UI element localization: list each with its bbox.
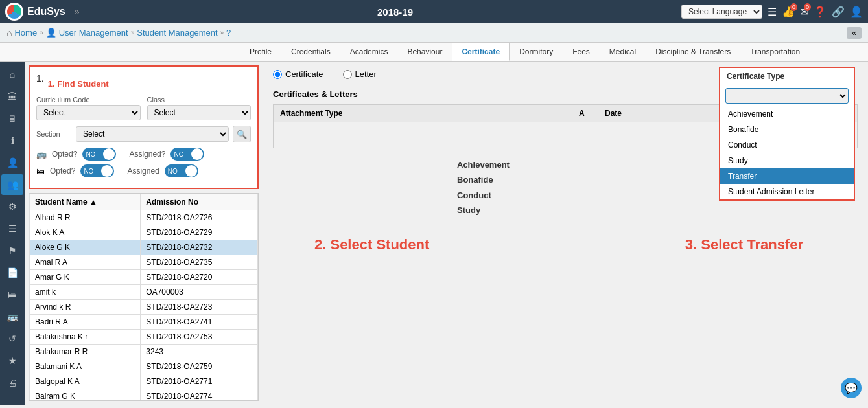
tab-behaviour[interactable]: Behaviour	[397, 43, 452, 61]
collapse-button[interactable]: «	[847, 27, 862, 39]
cert-type-list: Achievement Bonafide Conduct Study Trans…	[720, 106, 854, 199]
sidebar-person-icon[interactable]: 👤	[1, 152, 23, 173]
tab-profile[interactable]: Profile	[240, 43, 281, 61]
sidebar-sleep-icon[interactable]: 🛏	[1, 284, 23, 305]
content-area: Certificate Letter Certificates & Letter…	[263, 62, 868, 405]
left-sidebar: ⌂ 🏛 🖥 ℹ 👤 👥 ⚙ ☰ ⚑ 📄 🛏 🚌 ↺ ★ 🖨	[0, 62, 25, 405]
sidebar-building-icon[interactable]: 🏛	[1, 86, 23, 107]
admission-cell: STD/2018-OA2741	[141, 315, 258, 330]
sidebar-users-icon[interactable]: 👥	[1, 174, 23, 195]
tab-credentials[interactable]: Credentials	[281, 43, 340, 61]
cert-item-bonafide[interactable]: Bonafide	[720, 122, 854, 137]
user-icon[interactable]: 👤	[850, 6, 863, 18]
bus-opted-toggle-text: NO	[86, 151, 95, 158]
table-row[interactable]: Balgopal K ASTD/2018-OA2771	[30, 374, 258, 389]
dorm-assigned-toggle[interactable]: NO	[165, 164, 198, 177]
sidebar-settings-icon[interactable]: ⚙	[1, 196, 23, 217]
admission-cell: STD/2018-OA2759	[141, 359, 258, 374]
table-row[interactable]: Balamani K ASTD/2018-OA2759	[30, 359, 258, 374]
help-link[interactable]: ?	[226, 28, 231, 38]
cert-item-admission-letter[interactable]: Student Admission Letter	[720, 184, 854, 199]
language-select[interactable]: Select Language	[681, 5, 762, 19]
sidebar-monitor-icon[interactable]: 🖥	[1, 108, 23, 129]
student-name-cell: Balgopal K A	[30, 374, 141, 389]
home-breadcrumb-icon[interactable]: ⌂	[6, 28, 12, 38]
sidebar-bus-icon[interactable]: 🚌	[1, 306, 23, 327]
sidebar-flag-icon[interactable]: ⚑	[1, 240, 23, 261]
sidebar-refresh-icon[interactable]: ↺	[1, 328, 23, 349]
sidebar-print-icon[interactable]: 🖨	[1, 372, 23, 393]
tab-fees[interactable]: Fees	[563, 43, 600, 61]
table-row[interactable]: Alok K ASTD/2018-OA2729	[30, 225, 258, 240]
student-mgmt-link[interactable]: Student Management	[137, 28, 217, 38]
admission-cell: 3243	[141, 345, 258, 359]
cert-item-conduct[interactable]: Conduct	[720, 137, 854, 153]
certificate-radio[interactable]	[273, 70, 282, 79]
dorm-opted-toggle[interactable]: NO	[80, 164, 114, 177]
filter-panel: 1. 1. Find Student Curriculum Code Selec…	[29, 65, 259, 189]
step3-label: 3. Select Transfer	[685, 236, 803, 253]
tab-dormitory[interactable]: Dormitory	[510, 43, 563, 61]
table-row[interactable]: Balram G KSTD/2018-OA2774	[30, 389, 258, 401]
admission-cell: STD/2018-OA2720	[141, 270, 258, 285]
help-icon[interactable]: ❓	[814, 6, 827, 18]
dorm-assigned-label: Assigned	[127, 166, 159, 176]
table-row[interactable]: Amar G KSTD/2018-OA2720	[30, 270, 258, 285]
sidebar-home-icon[interactable]: ⌂	[1, 64, 23, 85]
section-select[interactable]: Select	[76, 126, 229, 142]
chat-bubble-icon[interactable]: 💬	[841, 378, 862, 398]
sidebar-info-icon[interactable]: ℹ	[1, 130, 23, 151]
student-name-cell: Amal R A	[30, 255, 141, 270]
search-button[interactable]: 🔍	[233, 126, 251, 142]
mail-icon[interactable]: ✉0	[800, 6, 808, 18]
certificate-radio-label[interactable]: Certificate	[273, 69, 323, 79]
admission-cell: STD/2018-OA2735	[141, 255, 258, 270]
student-name-cell: Alhad R R	[30, 210, 141, 225]
curriculum-code-select[interactable]: Select	[36, 105, 141, 120]
tab-medical[interactable]: Medical	[600, 43, 646, 61]
letter-radio-label[interactable]: Letter	[343, 69, 377, 79]
bus-assigned-toggle[interactable]: NO	[170, 148, 204, 161]
app-name: EduSys	[27, 6, 65, 17]
menu-icon[interactable]: ☰	[768, 6, 777, 18]
letter-radio[interactable]	[343, 70, 352, 79]
sidebar-star-icon[interactable]: ★	[1, 350, 23, 371]
table-row[interactable]: Amal R ASTD/2018-OA2735	[30, 255, 258, 270]
class-select[interactable]: Select	[147, 105, 252, 120]
dorm-opted-label: Opted?	[50, 166, 75, 176]
table-row[interactable]: Balakrishna K rSTD/2018-OA2753	[30, 330, 258, 345]
cert-item-transfer[interactable]: Transfer	[720, 168, 854, 184]
sidebar-list-icon[interactable]: ☰	[1, 218, 23, 239]
cert-item-achievement[interactable]: Achievement	[720, 106, 854, 122]
sidebar-doc-icon[interactable]: 📄	[1, 262, 23, 283]
student-name-cell: Alok K A	[30, 225, 141, 240]
tab-transportation[interactable]: Transportation	[740, 43, 810, 61]
thumbsup-badge: 0	[790, 3, 797, 11]
dorm-icon-label: 🛏	[36, 166, 45, 176]
student-name-cell: amit k	[30, 285, 141, 300]
cert-type-select-dropdown[interactable]	[725, 88, 849, 104]
cert-item-study[interactable]: Study	[720, 153, 854, 168]
main-layout: ⌂ 🏛 🖥 ℹ 👤 👥 ⚙ ☰ ⚑ 📄 🛏 🚌 ↺ ★ 🖨 1. 1. Find…	[0, 62, 868, 405]
user-mgmt-link[interactable]: User Management	[59, 28, 128, 38]
link-icon[interactable]: 🔗	[832, 6, 845, 18]
table-row[interactable]: Alhad R RSTD/2018-OA2726	[30, 210, 258, 225]
tab-discipline[interactable]: Discipline & Transfers	[646, 43, 740, 61]
find-student-title: 1. 1. Find Student	[36, 73, 251, 91]
table-row[interactable]: Badri R ASTD/2018-OA2741	[30, 315, 258, 330]
home-link[interactable]: Home	[14, 28, 37, 38]
admission-cell: STD/2018-OA2723	[141, 300, 258, 315]
table-row[interactable]: Balakumar R R3243	[30, 345, 258, 359]
student-name-cell: Balram G K	[30, 389, 141, 401]
tab-academics[interactable]: Academics	[340, 43, 398, 61]
expand-icon[interactable]: »	[75, 6, 80, 17]
table-row[interactable]: Arvind k RSTD/2018-OA2723	[30, 300, 258, 315]
dorm-assigned-toggle-text: NO	[168, 168, 178, 175]
thumbsup-icon[interactable]: 👍0	[782, 6, 795, 18]
table-row[interactable]: amit kOA700003	[30, 285, 258, 300]
table-row[interactable]: Aloke G KSTD/2018-OA2732	[30, 240, 258, 255]
admission-cell: STD/2018-OA2729	[141, 225, 258, 240]
bus-opted-toggle[interactable]: NO	[82, 148, 116, 161]
study-line: Study	[457, 203, 510, 218]
tab-certificate[interactable]: Certificate	[452, 43, 510, 61]
